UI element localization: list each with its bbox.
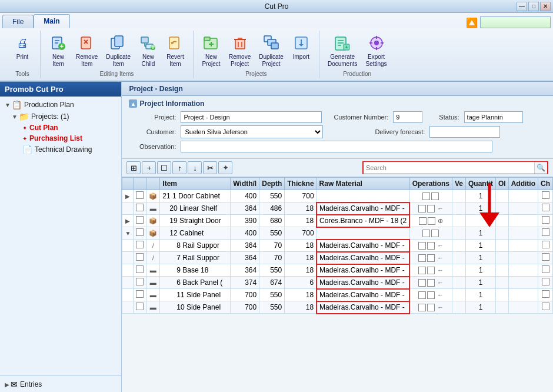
observation-input[interactable]: [181, 141, 492, 152]
expand-cell[interactable]: ▶: [122, 215, 134, 227]
add-cell: [508, 301, 538, 314]
ve-cell: [452, 301, 465, 314]
check-cell[interactable]: [134, 289, 146, 301]
ch-cell[interactable]: [538, 264, 553, 277]
import-button[interactable]: Import: [288, 32, 314, 69]
sidebar-item-purchasing-list[interactable]: ✦ Purchasing List: [2, 133, 119, 144]
check-cell[interactable]: [134, 264, 146, 277]
status-input[interactable]: [464, 111, 523, 123]
ch-cell[interactable]: [538, 289, 553, 301]
width-cell: 400: [231, 190, 259, 202]
collapse-icon[interactable]: 🔼: [466, 17, 478, 28]
table-row[interactable]: ▶ 📦 21 1 Door Cabinet 400 550 700 1: [122, 190, 553, 202]
close-button[interactable]: ✕: [540, 2, 551, 11]
table-body: ▶ 📦 21 1 Door Cabinet 400 550 700 1 ▬: [122, 190, 553, 314]
expand-cell[interactable]: ▼: [122, 227, 134, 240]
expand-cell[interactable]: [122, 264, 134, 277]
operations-cell: [409, 227, 452, 240]
entries-icon: ✉: [11, 380, 18, 389]
new-child-button[interactable]: + NewChild: [135, 32, 161, 69]
minimize-button[interactable]: —: [517, 2, 527, 11]
ribbon-search[interactable]: [480, 16, 551, 28]
tab-file[interactable]: File: [2, 15, 34, 28]
sidebar-item-projects[interactable]: ▼ 📁 Projects: (1): [2, 111, 119, 122]
export-settings-button[interactable]: ExportSettings: [362, 32, 390, 69]
duplicate-project-button[interactable]: DuplicateProject: [255, 32, 287, 69]
toolbar-target-btn[interactable]: ⌖: [218, 161, 232, 174]
check-cell[interactable]: [134, 227, 146, 240]
content-wrapper: ▲ Project Information Project: Customer …: [122, 96, 553, 392]
svg-rect-44: [381, 42, 384, 44]
table-row[interactable]: ▬ 20 Linear Shelf 364 486 18 Madeiras.Ca…: [122, 202, 553, 215]
generate-documents-icon: [333, 34, 352, 52]
tools-buttons: 🖨 Print: [9, 32, 35, 69]
customer-number-input[interactable]: [393, 111, 422, 123]
ch-cell[interactable]: [538, 252, 553, 264]
sidebar-item-entries[interactable]: ▶ ✉ Entries: [2, 378, 119, 390]
project-input[interactable]: [181, 111, 322, 123]
ribbon-tabs: File Main 🔼: [0, 13, 553, 28]
duplicate-item-button[interactable]: DuplicateItem: [102, 32, 134, 69]
toolbar-up-btn[interactable]: ↑: [172, 161, 186, 174]
expand-cell[interactable]: ▶: [122, 190, 134, 202]
ol-cell: [496, 301, 509, 314]
icon-cell: ▬: [146, 264, 160, 277]
table-row[interactable]: ▼ 📦 12 Cabinet 400 550 700 1: [122, 227, 553, 240]
expand-cell[interactable]: [122, 277, 134, 289]
expand-cell[interactable]: [122, 301, 134, 314]
ch-cell[interactable]: [538, 301, 553, 314]
remove-project-button[interactable]: RemoveProject: [225, 32, 254, 69]
toolbar-down-btn[interactable]: ↓: [188, 161, 202, 174]
new-item-button[interactable]: + NewItem: [45, 32, 71, 69]
check-cell[interactable]: [134, 252, 146, 264]
collapse-button[interactable]: ▲: [129, 99, 137, 108]
search-icon[interactable]: 🔍: [534, 162, 547, 174]
toolbar-check-btn[interactable]: ☐: [157, 161, 171, 174]
ve-cell: [452, 190, 465, 202]
new-project-button[interactable]: NewProject: [198, 32, 224, 69]
check-cell[interactable]: [134, 277, 146, 289]
ve-cell: [452, 277, 465, 289]
check-cell[interactable]: [134, 202, 146, 215]
table-row[interactable]: / 7 Rail Suppor 364 70 18 Madeiras.Carva…: [122, 252, 553, 264]
maximize-button[interactable]: □: [528, 2, 539, 11]
table-row[interactable]: ▬ 9 Base 18 364 550 18 Madeiras.Carvalho…: [122, 264, 553, 277]
expand-cell[interactable]: [122, 240, 134, 252]
toolbar-cut-btn[interactable]: ✂: [203, 161, 217, 174]
toolbar-grid-btn[interactable]: ⊞: [126, 161, 141, 174]
raw-material-cell: Madeiras.Carvalho - MDF -: [317, 264, 409, 277]
delivery-input[interactable]: [429, 126, 500, 138]
ch-cell[interactable]: [538, 240, 553, 252]
search-input[interactable]: [364, 162, 534, 174]
sidebar-item-technical-drawing[interactable]: 📄 Technical Drawing: [2, 144, 119, 155]
print-button[interactable]: 🖨 Print: [9, 32, 35, 69]
ch-cell[interactable]: [538, 277, 553, 289]
tab-main[interactable]: Main: [34, 14, 69, 28]
ch-cell[interactable]: [538, 215, 553, 227]
sidebar-item-cut-plan[interactable]: ✦ Cut Plan: [2, 122, 119, 133]
expand-cell[interactable]: [122, 202, 134, 215]
check-cell[interactable]: [134, 190, 146, 202]
operations-cell: ←: [409, 277, 452, 289]
check-cell[interactable]: [134, 240, 146, 252]
expand-cell[interactable]: [122, 252, 134, 264]
width-cell: 364: [231, 264, 259, 277]
table-row[interactable]: ▶ 📦 19 Straight Door 390 680 18 Cores.Br…: [122, 215, 553, 227]
generate-documents-button[interactable]: GenerateDocuments: [324, 32, 361, 69]
remove-item-button[interactable]: RemoveItem: [72, 32, 101, 69]
check-cell[interactable]: [134, 215, 146, 227]
sidebar-item-production-plan[interactable]: ▼ 📋 Production Plan: [2, 99, 119, 111]
table-row[interactable]: ▬ 11 Side Panel 700 550 18 Madeiras.Carv…: [122, 289, 553, 301]
ch-cell[interactable]: [538, 227, 553, 240]
check-cell[interactable]: [134, 301, 146, 314]
depth-cell: 550: [259, 289, 285, 301]
table-row[interactable]: / 8 Rail Suppor 364 70 18 Madeiras.Carva…: [122, 240, 553, 252]
table-row[interactable]: ▬ 10 Side Panel 700 550 18 Madeiras.Carv…: [122, 301, 553, 314]
customer-select[interactable]: Suelen Silva Jeferson: [181, 125, 323, 138]
table-row[interactable]: ▬ 6 Back Panel ( 374 674 6 Madeiras.Carv…: [122, 277, 553, 289]
ch-cell[interactable]: [538, 190, 553, 202]
revert-item-button[interactable]: RevertItem: [162, 32, 188, 69]
expand-cell[interactable]: [122, 289, 134, 301]
ch-cell[interactable]: [538, 202, 553, 215]
toolbar-add-btn[interactable]: +: [142, 161, 156, 174]
